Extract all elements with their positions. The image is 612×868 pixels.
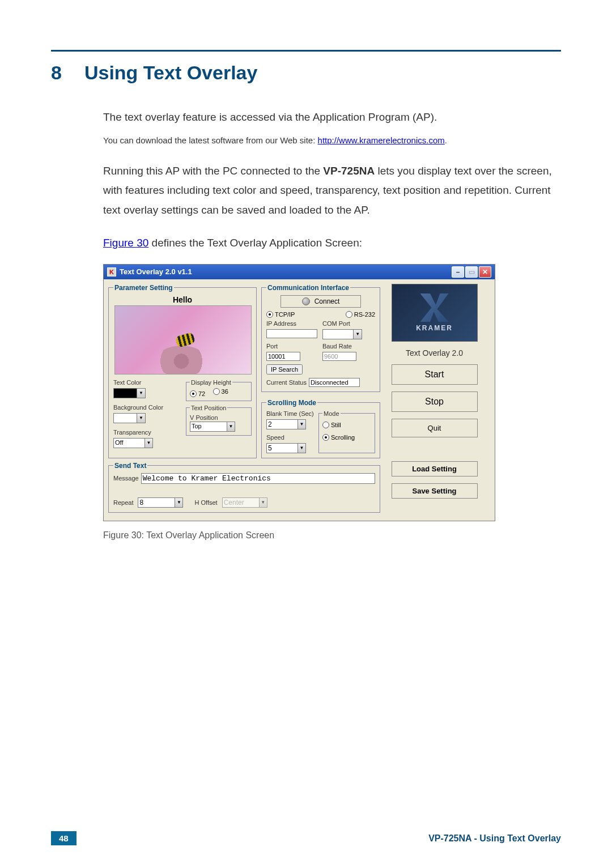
paragraph-2: Running this AP with the PC connected to…: [103, 161, 561, 220]
send-text-group: Send Text Message Repeat 8 ▼ H Offset: [108, 462, 380, 513]
mode-group: Mode Still Scrolling: [318, 410, 375, 453]
chevron-down-icon: ▼: [137, 413, 146, 423]
rs232-radio[interactable]: RS-232: [346, 311, 375, 318]
display-height-legend: Display Height: [190, 379, 232, 386]
speed-select[interactable]: 5 ▼: [266, 443, 306, 453]
h-offset-select: Center ▼: [222, 497, 267, 508]
blank-time-select[interactable]: 2 ▼: [266, 419, 306, 429]
close-button[interactable]: ✕: [479, 266, 491, 278]
footer-label: VP-725NA - Using Text Overlay: [428, 833, 561, 844]
app-icon: K: [107, 267, 116, 276]
chevron-down-icon: ▼: [137, 388, 146, 398]
save-setting-button[interactable]: Save Setting: [392, 483, 478, 499]
speed-label: Speed: [266, 434, 315, 441]
load-setting-button[interactable]: Load Setting: [392, 461, 478, 476]
kramer-logo-tile: KRAMER: [392, 284, 478, 342]
connect-button[interactable]: Connect: [280, 295, 361, 308]
minimize-button[interactable]: –: [452, 266, 464, 278]
h-offset-label: H Offset: [194, 499, 217, 506]
parameter-setting-group: Parameter Setting Hello Text Color: [108, 284, 257, 458]
v-position-select[interactable]: Top ▼: [190, 422, 235, 432]
chevron-down-icon: ▼: [298, 443, 306, 453]
v-position-value: Top: [190, 422, 227, 432]
preview-image: [114, 305, 252, 375]
figure-link[interactable]: Figure 30: [103, 237, 148, 249]
text-color-select[interactable]: ▼: [113, 388, 179, 398]
baud-rate-label: Baud Rate: [322, 343, 375, 350]
text-color-label: Text Color: [113, 379, 179, 386]
note-suffix: .: [445, 135, 447, 145]
chevron-down-icon: ▼: [260, 497, 267, 508]
tcpip-radio[interactable]: TCP/IP: [266, 311, 295, 318]
mode-scrolling-radio[interactable]: Scrolling: [322, 434, 371, 441]
maximize-button[interactable]: ▭: [465, 266, 478, 278]
bg-color-label: Background Color: [113, 404, 179, 411]
communication-interface-group: Communication Interface Connect TCP/IP R…: [261, 284, 380, 392]
chevron-down-icon: ▼: [175, 497, 183, 508]
para2-bold: VP-725NA: [323, 165, 375, 177]
port-input[interactable]: [266, 352, 300, 361]
product-label: Text Overlay 2.0: [406, 348, 463, 358]
display-height-36-radio[interactable]: 36: [213, 388, 228, 395]
kramer-logo-icon: [420, 293, 449, 322]
display-height-72-radio[interactable]: 72: [190, 390, 205, 397]
com-port-select[interactable]: ▼: [322, 329, 362, 339]
download-note: You can download the latest software fro…: [103, 133, 561, 148]
page-number: 48: [51, 831, 76, 845]
para2-a: Running this AP with the PC connected to…: [103, 165, 323, 177]
figure-reference: Figure 30 defines the Text Overlay Appli…: [103, 233, 561, 253]
baud-rate-input: [322, 352, 356, 361]
chevron-down-icon: ▼: [227, 422, 235, 432]
chevron-down-icon: ▼: [298, 419, 306, 429]
text-position-group: Text Position V Position Top ▼: [186, 405, 252, 436]
chapter-title: Using Text Overlay: [84, 62, 258, 84]
display-height-group: Display Height 72 36: [186, 379, 252, 401]
preview-overlay-text: Hello: [114, 295, 250, 304]
window-titlebar[interactable]: K Text Overlay 2.0 v1.1 – ▭ ✕: [104, 265, 495, 279]
current-status-value: [309, 378, 360, 387]
start-button[interactable]: Start: [392, 364, 478, 385]
port-label: Port: [266, 343, 319, 350]
ip-address-input[interactable]: [266, 329, 317, 338]
transparency-label: Transparency: [113, 429, 179, 436]
current-status-label: Current Status: [266, 379, 307, 386]
stop-button[interactable]: Stop: [392, 392, 478, 412]
paragraph-1: The text overlay feature is accessed via…: [103, 108, 561, 127]
scrolling-mode-group: Scrolling Mode Blank Time (Sec) 2 ▼ Spee…: [261, 399, 380, 458]
chapter-heading: 8 Using Text Overlay: [51, 62, 561, 84]
figref-b: defines the Text Overlay Application Scr…: [148, 237, 362, 249]
message-input[interactable]: [141, 473, 375, 484]
download-link[interactable]: http://www.kramerelectronics.com: [318, 135, 445, 145]
text-overlay-app-window: K Text Overlay 2.0 v1.1 – ▭ ✕ Parameter …: [103, 264, 495, 521]
window-title: Text Overlay 2.0 v1.1: [120, 267, 192, 276]
parameter-setting-legend: Parameter Setting: [113, 284, 174, 292]
ip-search-button[interactable]: IP Search: [266, 364, 303, 375]
com-port-label: COM Port: [322, 320, 375, 327]
blank-time-label: Blank Time (Sec): [266, 410, 315, 417]
transparency-select[interactable]: Off ▼: [113, 438, 153, 448]
repeat-select[interactable]: 8 ▼: [138, 497, 183, 508]
scrolling-mode-legend: Scrolling Mode: [266, 399, 317, 407]
ip-address-label: IP Address: [266, 320, 319, 327]
chevron-down-icon: ▼: [145, 438, 153, 448]
chevron-down-icon: ▼: [354, 329, 362, 339]
v-position-label: V Position: [190, 414, 218, 421]
kramer-brand-text: KRAMER: [416, 324, 453, 332]
text-position-legend: Text Position: [190, 405, 227, 411]
mode-legend: Mode: [322, 410, 341, 417]
top-rule: [51, 50, 561, 52]
repeat-label: Repeat: [113, 499, 133, 506]
quit-button[interactable]: Quit: [392, 419, 478, 437]
chapter-number: 8: [51, 62, 62, 84]
figure-caption: Figure 30: Text Overlay Application Scre…: [103, 530, 561, 541]
mode-still-radio[interactable]: Still: [322, 422, 371, 428]
connect-led-icon: [302, 297, 310, 305]
transparency-value: Off: [113, 438, 145, 448]
message-label: Message: [113, 475, 139, 482]
communication-legend: Communication Interface: [266, 284, 350, 292]
bg-color-select[interactable]: ▼: [113, 413, 179, 423]
send-text-legend: Send Text: [113, 462, 147, 470]
note-prefix: You can download the latest software fro…: [103, 135, 318, 145]
